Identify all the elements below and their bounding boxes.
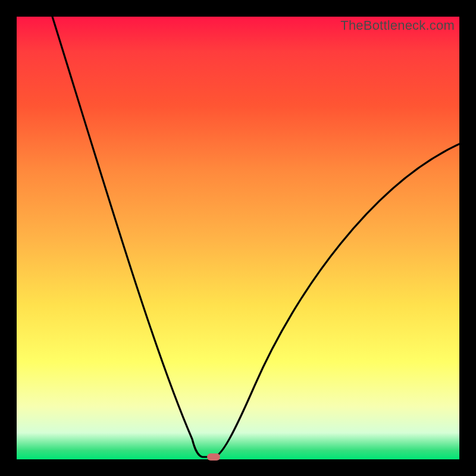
curve-path (52, 17, 459, 457)
optimal-marker (207, 453, 220, 461)
watermark-label: TheBottleneck.com (340, 18, 455, 33)
chart-frame: TheBottleneck.com (0, 0, 476, 476)
bottleneck-curve (17, 17, 459, 459)
plot-area: TheBottleneck.com (17, 17, 459, 459)
